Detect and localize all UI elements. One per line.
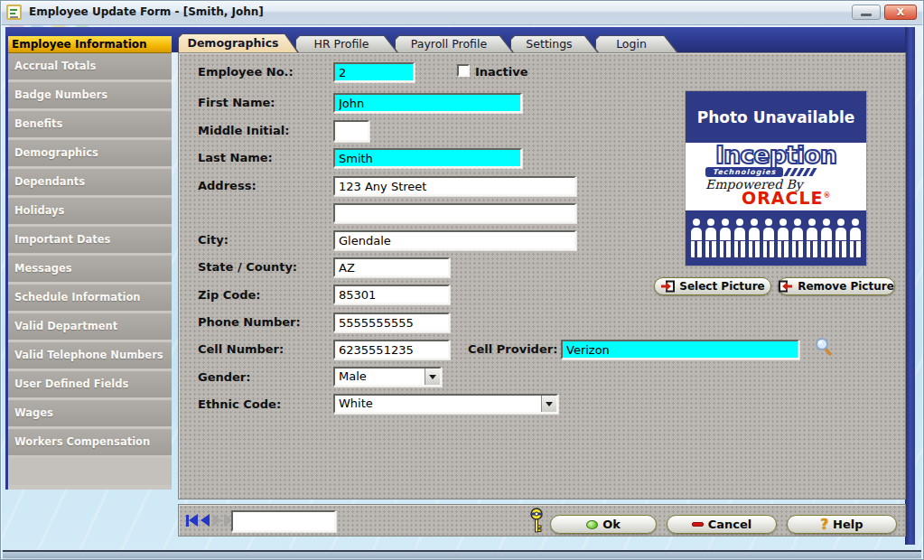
key-icon [529, 508, 544, 538]
person-icon [778, 219, 789, 258]
cell-provider-label: Cell Provider: [468, 342, 557, 356]
cancel-icon [692, 522, 704, 527]
sidebar-header: Employee Information [8, 36, 172, 53]
vendor-logo: Inception Technologies Empowered By ORAC… [686, 143, 866, 210]
oracle-logo-text: ORACLE® [742, 188, 832, 208]
sidebar-item[interactable]: Important Dates [8, 227, 172, 253]
next-record-button[interactable] [212, 514, 221, 527]
sidebar-footer [8, 458, 172, 485]
ok-icon [586, 520, 598, 529]
address-input[interactable] [333, 176, 576, 196]
sidebar-item[interactable]: Valid Department [8, 313, 172, 340]
address2-input[interactable] [333, 203, 576, 223]
inactive-checkbox[interactable] [457, 64, 470, 77]
cell-provider-input[interactable] [561, 340, 799, 359]
middle-initial-input[interactable] [333, 120, 369, 142]
last-name-input[interactable] [333, 148, 522, 168]
sidebar-item[interactable]: Schedule Information [8, 285, 172, 311]
state-input[interactable] [333, 257, 450, 277]
search-icon[interactable] [814, 337, 834, 360]
state-label: State / County: [198, 260, 297, 274]
ok-button[interactable]: Ok [550, 515, 657, 534]
window-title: Employee Update Form - [Smith, John] [29, 0, 264, 24]
sidebar-item[interactable]: Holidays [8, 198, 172, 224]
first-name-input[interactable] [333, 93, 522, 113]
sidebar-item[interactable]: Messages [8, 256, 172, 282]
ethnic-code-label: Ethnic Code: [198, 397, 281, 411]
arrow-out-door-icon [779, 280, 793, 293]
technologies-banner: Technologies [705, 167, 815, 177]
chevron-down-icon[interactable] [541, 396, 556, 412]
cell-label: Cell Number: [198, 342, 284, 356]
sidebar-item[interactable]: Dependants [8, 169, 172, 195]
demographics-panel: Employee No.: Inactive First Name: Middl… [178, 52, 906, 499]
sidebar-item[interactable]: Badge Numbers [8, 82, 172, 108]
person-icon [749, 219, 760, 258]
inactive-label: Inactive [475, 65, 528, 79]
sidebar-item[interactable]: Wages [8, 400, 172, 426]
close-button[interactable]: X [884, 5, 917, 20]
sidebar-items: Accrual TotalsBadge NumbersBenefitsDemog… [8, 53, 172, 455]
select-picture-button[interactable]: Select Picture [654, 277, 771, 295]
sidebar-item[interactable]: Demographics [8, 140, 172, 166]
first-name-label: First Name: [198, 96, 275, 109]
tab-payroll-profile[interactable]: Payroll Profile [395, 35, 514, 52]
tab-demographics[interactable]: Demographics [178, 33, 299, 52]
tab-settings[interactable]: Settings [510, 35, 599, 52]
arrow-into-door-icon [660, 280, 675, 293]
previous-record-button[interactable] [201, 514, 210, 527]
phone-label: Phone Number: [198, 315, 301, 329]
form-right-band [905, 27, 915, 545]
record-search-input[interactable] [231, 510, 336, 532]
person-icon [720, 219, 731, 258]
photo-unavailable-text: Photo Unavailable [686, 91, 866, 143]
help-icon: ? [820, 517, 828, 533]
middle-initial-label: Middle Initial: [198, 124, 289, 137]
help-button[interactable]: ?Help [787, 515, 897, 534]
city-input[interactable] [333, 230, 576, 250]
sidebar: Employee Information Accrual TotalsBadge… [5, 36, 172, 490]
person-icon [835, 219, 846, 258]
person-icon [691, 219, 702, 258]
sidebar-item[interactable]: Accrual Totals [8, 53, 172, 79]
gender-dropdown[interactable]: Male [333, 367, 442, 387]
minimize-icon [861, 14, 872, 16]
person-icon [850, 219, 861, 258]
ethnic-code-value: White [335, 396, 556, 412]
cell-input[interactable] [333, 340, 450, 359]
minimize-button[interactable] [852, 5, 881, 20]
person-icon [734, 219, 745, 258]
sidebar-item[interactable]: Workers Compensation [8, 429, 172, 455]
remove-picture-button[interactable]: Remove Picture [778, 277, 895, 295]
record-navigator [186, 514, 236, 527]
title-bar: Employee Update Form - [Smith, John] X [0, 0, 924, 25]
person-icon [705, 219, 716, 258]
sidebar-item[interactable]: Benefits [8, 111, 172, 137]
last-name-label: Last Name: [198, 151, 273, 164]
employee-no-input[interactable] [333, 62, 415, 82]
zip-input[interactable] [333, 285, 450, 304]
first-record-button[interactable] [186, 514, 198, 527]
employee-no-label: Employee No.: [198, 65, 294, 79]
person-icon [807, 219, 817, 258]
sidebar-item[interactable]: Valid Telephone Numbers [8, 342, 172, 369]
inception-logo-text: Inception [686, 143, 866, 167]
chevron-down-icon[interactable] [425, 369, 440, 385]
zip-label: Zip Code: [198, 288, 261, 302]
photo-placeholder: Photo Unavailable Inception Technologies… [686, 91, 866, 266]
person-icon [821, 219, 832, 258]
cancel-button[interactable]: Cancel [667, 515, 777, 534]
phone-input[interactable] [333, 313, 450, 332]
people-row [686, 210, 866, 266]
city-label: City: [198, 233, 229, 247]
address-label: Address: [198, 179, 257, 192]
sidebar-item[interactable]: User Defined Fields [8, 371, 172, 397]
gender-label: Gender: [198, 370, 250, 384]
ethnic-code-dropdown[interactable]: White [333, 394, 558, 414]
person-icon [763, 219, 774, 258]
person-icon [792, 219, 803, 258]
footer-bar: Ok Cancel ?Help [178, 504, 906, 537]
app-form-icon [6, 5, 22, 20]
tab-hr-profile[interactable]: HR Profile [295, 35, 398, 52]
tab-login[interactable]: Login [595, 35, 678, 52]
